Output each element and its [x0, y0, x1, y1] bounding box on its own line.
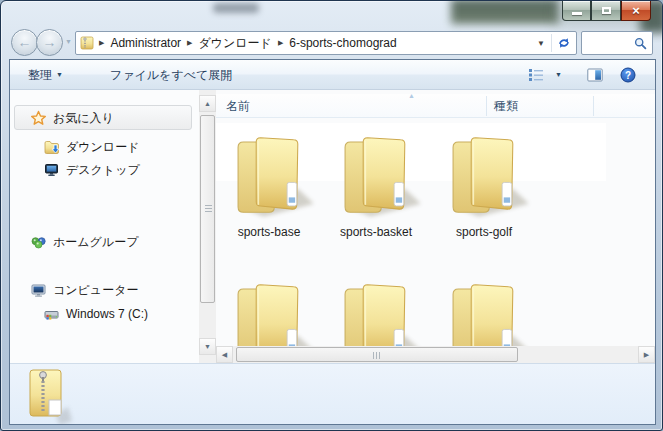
breadcrumb-arrow-icon: ▶	[94, 39, 109, 47]
column-header-type[interactable]: 種類	[494, 98, 518, 115]
breadcrumb-segment[interactable]: ダウンロード	[197, 35, 272, 52]
computer-icon	[30, 282, 47, 298]
scrollbar-thumb[interactable]	[200, 115, 215, 303]
sort-ascending-icon: ▲	[408, 92, 415, 99]
breadcrumb-arrow-icon: ▶	[182, 39, 197, 47]
breadcrumb-segment[interactable]: 6-sports-chomograd	[288, 36, 397, 50]
close-button[interactable]: ×	[621, 1, 651, 21]
address-bar[interactable]: ▶ Administrator ▶ ダウンロード ▶ 6-sports-chom…	[75, 31, 577, 55]
details-pane	[10, 363, 655, 424]
sidebar-item-label: デスクトップ	[66, 162, 140, 179]
back-button[interactable]: ←	[11, 29, 38, 56]
search-input[interactable]	[581, 31, 653, 55]
help-icon[interactable]	[620, 67, 636, 83]
extract-all-button[interactable]: ファイルをすべて展開	[110, 67, 232, 84]
views-icon[interactable]	[528, 67, 544, 83]
scroll-up-button[interactable]: ▲	[199, 95, 216, 112]
file-list-pane: 名前 ▲ 種類 sports-base sports-basket sports	[216, 90, 655, 363]
desktop-icon	[43, 162, 60, 178]
minimize-button[interactable]	[562, 1, 591, 21]
folder-label: sports-golf	[434, 225, 534, 239]
maximize-button[interactable]	[591, 1, 621, 21]
column-divider[interactable]	[486, 96, 487, 116]
scrollbar-thumb[interactable]	[236, 347, 518, 362]
title-bar[interactable]: ×	[1, 1, 662, 27]
horizontal-scrollbar[interactable]: ◀ ▶	[216, 346, 655, 363]
close-icon: ×	[622, 1, 650, 20]
folder-icon	[328, 127, 424, 223]
minimize-icon	[572, 12, 582, 15]
sidebar-item-label: Windows 7 (C:)	[66, 307, 148, 321]
breadcrumb-segment[interactable]: Administrator	[109, 36, 182, 50]
sidebar-item-label: ダウンロード	[66, 139, 139, 156]
forward-button[interactable]: →	[36, 29, 63, 56]
folder-item[interactable]: sports-basket	[326, 127, 426, 239]
folder-label: sports-base	[219, 225, 319, 239]
sidebar-item-favorites[interactable]: お気に入り	[30, 107, 114, 129]
refresh-button[interactable]	[552, 36, 576, 50]
search-icon	[634, 37, 647, 50]
scrollbar-grip	[373, 352, 381, 359]
sidebar-item-windows-drive[interactable]: Windows 7 (C:)	[43, 303, 148, 325]
titlebar-blur-artifact	[213, 3, 259, 13]
folder-icon	[436, 127, 532, 223]
scroll-down-button[interactable]: ▼	[199, 338, 216, 355]
drive-icon	[43, 306, 60, 322]
folder-icon	[221, 127, 317, 223]
titlebar-blur-artifact	[451, 0, 559, 24]
main-area: お気に入り ダウンロード デスクトップ ホームグループ コンピューター	[10, 90, 655, 363]
folder-item[interactable]: sports-base	[219, 127, 319, 239]
column-divider[interactable]	[593, 96, 594, 116]
navigation-pane: お気に入り ダウンロード デスクトップ ホームグループ コンピューター	[10, 90, 199, 363]
sidebar-item-label: コンピューター	[53, 282, 138, 299]
sidebar-item-computer[interactable]: コンピューター	[30, 279, 138, 301]
chevron-down-icon: ▼	[56, 71, 63, 78]
homegroup-icon	[30, 234, 47, 250]
zip-folder-icon	[80, 35, 94, 51]
sidebar-item-homegroup[interactable]: ホームグループ	[30, 231, 138, 253]
scrollbar-grip	[205, 205, 212, 213]
sidebar-item-label: ホームグループ	[53, 234, 138, 251]
star-icon	[30, 110, 47, 126]
preview-pane-icon[interactable]	[587, 67, 603, 83]
column-header-row: 名前 ▲ 種類	[216, 94, 655, 118]
scroll-left-button[interactable]: ◀	[216, 346, 233, 363]
explorer-window: × ← → ▼ ▶ Administrator ▶ ダウンロード ▶ 6-spo…	[0, 0, 663, 431]
folder-label: sports-basket	[326, 225, 426, 239]
forward-arrow-icon: →	[37, 30, 62, 55]
sidebar-item-downloads[interactable]: ダウンロード	[43, 136, 139, 158]
back-arrow-icon: ←	[12, 30, 37, 55]
sidebar-item-label: お気に入り	[53, 110, 114, 127]
navigation-bar: ← → ▼ ▶ Administrator ▶ ダウンロード ▶ 6-sport…	[1, 27, 662, 59]
address-dropdown-icon[interactable]: ▼	[531, 39, 551, 48]
folder-item[interactable]: sports-golf	[434, 127, 534, 239]
maximize-icon	[602, 7, 611, 14]
window-controls: ×	[562, 1, 651, 21]
downloads-folder-icon	[43, 139, 60, 155]
zip-folder-icon	[24, 367, 76, 425]
scroll-right-button[interactable]: ▶	[638, 346, 655, 363]
command-toolbar: 整理▼ ファイルをすべて展開 ▼	[10, 60, 655, 90]
client-area: 整理▼ ファイルをすべて展開 ▼ お気に入り ダウンロード	[9, 59, 656, 425]
sidebar-scrollbar[interactable]: ▲ ▼	[199, 90, 216, 363]
organize-menu-button[interactable]: 整理▼	[28, 67, 63, 84]
sidebar-item-desktop[interactable]: デスクトップ	[43, 159, 140, 181]
breadcrumb-arrow-icon: ▶	[273, 39, 288, 47]
views-chevron-icon[interactable]: ▼	[555, 71, 562, 78]
recent-pages-chevron-icon[interactable]: ▼	[65, 38, 72, 45]
column-header-name[interactable]: 名前	[226, 98, 250, 115]
refresh-icon	[557, 36, 571, 50]
